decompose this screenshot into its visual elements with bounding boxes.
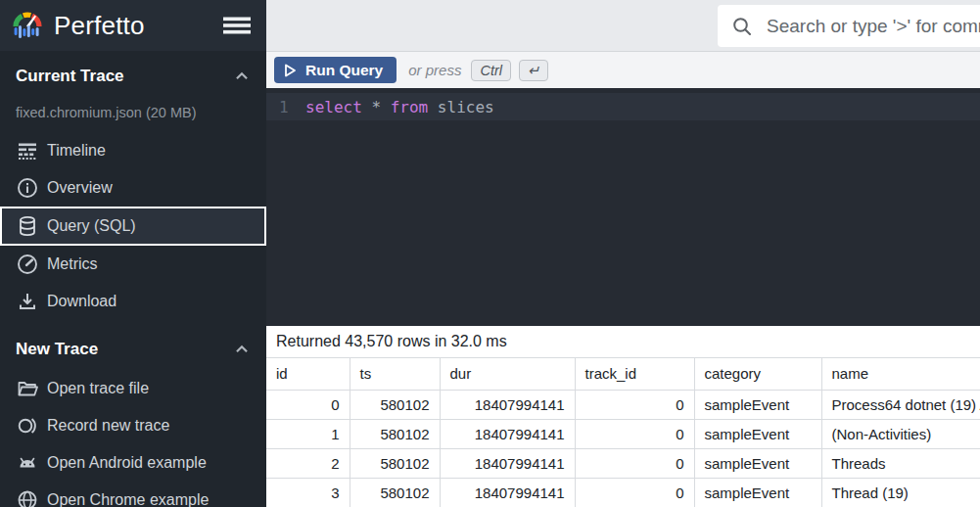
globe-icon — [16, 488, 39, 507]
table-cell: Threads — [821, 448, 980, 478]
chevron-up-icon — [231, 66, 253, 87]
table-cell: sampleEvent — [694, 478, 821, 507]
table-cell: 0 — [575, 390, 694, 419]
table-row: 0 580102 18407994141 0 sampleEvent Proce… — [266, 390, 980, 419]
table-cell: 580102 — [350, 390, 440, 419]
ctrl-key-badge: Ctrl — [471, 60, 511, 81]
sidebar-item-label: Record new trace — [47, 417, 169, 435]
query-editor[interactable]: 1 select * from slices — [266, 88, 980, 326]
table-row: 3 580102 18407994141 0 sampleEvent Threa… — [266, 478, 980, 507]
table-cell: 1 — [266, 419, 350, 448]
table-cell: 18407994141 — [440, 478, 575, 507]
table-cell: (Non-Activities) — [821, 419, 980, 448]
table-cell: Process64 dotnet (19) A — [821, 390, 980, 419]
chevron-up-icon — [231, 339, 253, 360]
table-cell: 18407994141 — [440, 419, 575, 448]
table-cell: sampleEvent — [694, 390, 821, 419]
section-label: Current Trace — [16, 67, 124, 86]
sidebar-item-label: Open Android example — [47, 454, 207, 472]
sidebar-item-label: Query (SQL) — [47, 217, 136, 235]
column-header-ts: ts — [350, 358, 440, 390]
sidebar-item-label: Metrics — [47, 255, 98, 273]
table-cell: sampleEvent — [694, 419, 821, 448]
hamburger-icon — [222, 14, 252, 37]
column-header-id: id — [266, 358, 350, 390]
sidebar-item-open-chrome-example[interactable]: Open Chrome example — [0, 482, 266, 507]
table-cell: sampleEvent — [694, 448, 821, 478]
sidebar-item-timeline[interactable]: Timeline — [0, 132, 266, 169]
table-cell: 580102 — [350, 478, 440, 507]
table-cell: 18407994141 — [440, 448, 575, 478]
table-row: 2 580102 18407994141 0 sampleEvent Threa… — [266, 448, 980, 478]
table-cell: 18407994141 — [440, 390, 575, 419]
enter-key-badge: ↵ — [519, 60, 548, 81]
topbar — [266, 0, 980, 51]
trace-file-name: fixed.chromium.json (20 MB) — [0, 93, 266, 132]
main-content: Run Query or press Ctrl ↵ 1 select * fro… — [266, 0, 980, 507]
timeline-icon — [16, 139, 39, 162]
table-header-row: id ts dur track_id category name — [266, 358, 980, 390]
run-hint-text: or press — [408, 62, 461, 78]
result-table: id ts dur track_id category name 0 58010… — [266, 358, 980, 507]
search-box[interactable] — [718, 5, 980, 47]
play-icon — [284, 64, 297, 77]
query-results: Returned 43,570 rows in 32.0 ms id ts du… — [266, 326, 980, 507]
table-cell: 0 — [575, 448, 694, 478]
sidebar-item-query-sql[interactable]: Query (SQL) — [0, 207, 266, 246]
sidebar-item-download[interactable]: Download — [0, 283, 266, 320]
query-bar: Run Query or press Ctrl ↵ — [266, 51, 980, 88]
menu-toggle-button[interactable] — [222, 14, 252, 37]
column-header-track-id: track_id — [575, 358, 694, 390]
editor-line: 1 select * from slices — [266, 93, 980, 120]
section-current-trace[interactable]: Current Trace — [0, 60, 266, 93]
sidebar-header: Perfetto — [0, 0, 266, 51]
sidebar-item-label: Overview — [47, 179, 113, 197]
column-header-category: category — [694, 358, 821, 390]
record-icon — [16, 414, 39, 438]
perfetto-logo-icon[interactable] — [10, 8, 45, 43]
sidebar-item-label: Download — [47, 293, 117, 310]
run-query-button[interactable]: Run Query — [274, 57, 397, 83]
android-icon — [16, 451, 39, 475]
sql-keyword: from — [391, 98, 429, 116]
column-header-name: name — [821, 358, 980, 390]
table-cell: 2 — [266, 448, 350, 478]
table-cell: 3 — [266, 478, 350, 507]
app-title: Perfetto — [54, 11, 145, 41]
run-query-label: Run Query — [305, 62, 383, 79]
table-cell: 0 — [575, 419, 694, 448]
info-icon — [16, 176, 39, 200]
sidebar-item-open-trace-file[interactable]: Open trace file — [0, 370, 266, 407]
sidebar-item-record-new-trace[interactable]: Record new trace — [0, 407, 266, 444]
speedometer-icon — [16, 253, 39, 276]
table-row: 1 580102 18407994141 0 sampleEvent (Non-… — [266, 419, 980, 448]
sidebar-item-label: Timeline — [47, 142, 106, 160]
search-icon — [730, 15, 754, 38]
sidebar-item-label: Open Chrome example — [47, 491, 209, 507]
sidebar-item-metrics[interactable]: Metrics — [0, 246, 266, 283]
table-cell: 0 — [266, 390, 350, 419]
table-cell: 580102 — [350, 419, 440, 448]
sql-operator: * — [362, 98, 391, 116]
sidebar-item-overview[interactable]: Overview — [0, 169, 266, 207]
download-icon — [16, 290, 39, 313]
database-icon — [16, 214, 39, 238]
sidebar-item-open-android-example[interactable]: Open Android example — [0, 444, 266, 482]
sql-identifier: slices — [428, 98, 493, 116]
sidebar: Perfetto Current Trace fixed.chromium.js… — [0, 0, 266, 507]
sidebar-item-label: Open trace file — [47, 380, 149, 397]
sql-code: select * from slices — [305, 98, 494, 116]
query-result-summary: Returned 43,570 rows in 32.0 ms — [266, 326, 980, 358]
table-cell: 580102 — [350, 448, 440, 478]
sql-keyword: select — [305, 98, 362, 116]
line-number: 1 — [266, 98, 293, 116]
search-input[interactable] — [767, 16, 980, 37]
section-label: New Trace — [16, 340, 98, 359]
folder-open-icon — [16, 377, 39, 400]
column-header-dur: dur — [440, 358, 575, 390]
table-cell: 0 — [575, 478, 694, 507]
table-cell: Thread (19) — [821, 478, 980, 507]
section-new-trace[interactable]: New Trace — [0, 333, 266, 366]
